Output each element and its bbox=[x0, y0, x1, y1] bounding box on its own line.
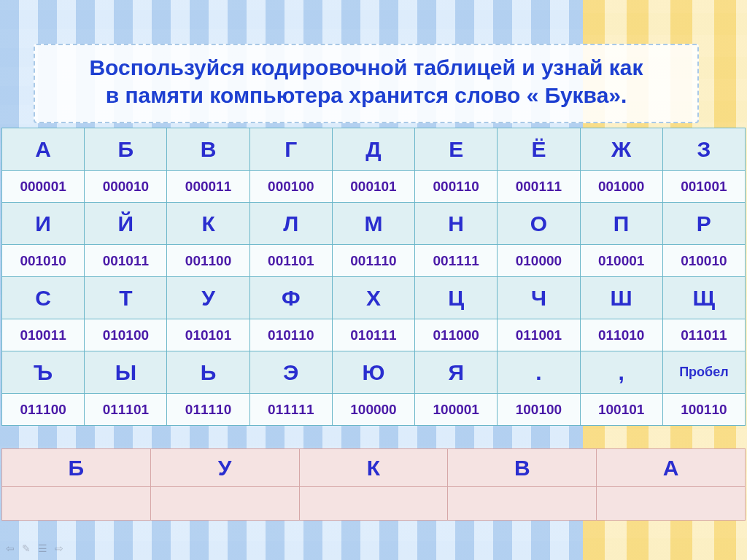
letter-cell: Т bbox=[85, 277, 167, 319]
letter-cell: Щ bbox=[662, 277, 745, 319]
code-cell: 000110 bbox=[415, 171, 498, 203]
code-cell: 011110 bbox=[167, 394, 249, 426]
letter-cell: К bbox=[167, 203, 249, 245]
answer-letter-cell: К bbox=[299, 449, 448, 487]
letter-cell: П bbox=[580, 203, 662, 245]
answer-code-cell[interactable] bbox=[2, 487, 151, 521]
answer-code-cell[interactable] bbox=[448, 487, 597, 521]
letter-cell: Г bbox=[249, 128, 332, 171]
code-cell: 001001 bbox=[662, 171, 745, 203]
answer-code-cell[interactable] bbox=[150, 487, 299, 521]
letter-cell: Н bbox=[415, 203, 498, 245]
answer-code-cell[interactable] bbox=[597, 487, 746, 521]
code-cell: 000101 bbox=[332, 171, 414, 203]
code-cell: 000001 bbox=[2, 171, 85, 203]
letter-cell: Э bbox=[249, 351, 332, 394]
letter-cell: М bbox=[332, 203, 414, 245]
letter-cell: , bbox=[580, 351, 662, 394]
letter-cell: . bbox=[498, 351, 580, 394]
letter-cell: Ю bbox=[332, 351, 414, 394]
answer-letter-cell: В bbox=[448, 449, 597, 487]
code-cell: 011101 bbox=[85, 394, 167, 426]
letter-cell: О bbox=[498, 203, 580, 245]
code-cell: 001110 bbox=[332, 245, 414, 277]
letter-cell: Л bbox=[249, 203, 332, 245]
code-cell: 001100 bbox=[167, 245, 249, 277]
table-row: 011100 011101 011110 011111 100000 10000… bbox=[2, 394, 746, 426]
code-cell: 001111 bbox=[415, 245, 498, 277]
code-cell: 010001 bbox=[580, 245, 662, 277]
letter-cell: Х bbox=[332, 277, 414, 319]
code-cell: 011010 bbox=[580, 319, 662, 351]
title-line-2: в памяти компьютера хранится слово « Бук… bbox=[48, 82, 684, 109]
letter-cell: Ч bbox=[498, 277, 580, 319]
code-cell: 100001 bbox=[415, 394, 498, 426]
code-cell: 001010 bbox=[2, 245, 85, 277]
code-cell: 011000 bbox=[415, 319, 498, 351]
code-cell: 010011 bbox=[2, 319, 85, 351]
letter-cell: Ж bbox=[580, 128, 662, 171]
letter-cell: Р bbox=[662, 203, 745, 245]
answer-table: Б У К В А bbox=[1, 448, 746, 521]
code-cell: 001101 bbox=[249, 245, 332, 277]
code-cell: 001011 bbox=[85, 245, 167, 277]
code-cell: 010111 bbox=[332, 319, 414, 351]
coding-table: А Б В Г Д Е Ё Ж З 000001 000010 000011 0… bbox=[1, 128, 746, 426]
slide-content: Воспользуйся кодировочной таблицей и узн… bbox=[0, 0, 747, 560]
prev-slide-icon[interactable]: ⇦ bbox=[6, 542, 15, 554]
answer-letter-cell: А bbox=[597, 449, 746, 487]
letter-cell: С bbox=[2, 277, 85, 319]
menu-icon[interactable]: ☰ bbox=[38, 542, 47, 554]
table-row: 000001 000010 000011 000100 000101 00011… bbox=[2, 171, 746, 203]
letter-cell: Пробел bbox=[662, 351, 745, 394]
letter-cell: Ё bbox=[498, 128, 580, 171]
letter-cell: И bbox=[2, 203, 85, 245]
slide-toolbar: ⇦ ✎ ☰ ⇨ bbox=[6, 542, 63, 554]
letter-cell: Ъ bbox=[2, 351, 85, 394]
code-cell: 100100 bbox=[498, 394, 580, 426]
letter-cell: Б bbox=[85, 128, 167, 171]
code-cell: 010100 bbox=[85, 319, 167, 351]
letter-cell: Ф bbox=[249, 277, 332, 319]
code-cell: 011100 bbox=[2, 394, 85, 426]
answer-letter-cell: Б bbox=[2, 449, 151, 487]
letter-cell: У bbox=[167, 277, 249, 319]
letter-cell: В bbox=[167, 128, 249, 171]
answer-letters-row: Б У К В А bbox=[2, 449, 746, 487]
letter-cell: Ь bbox=[167, 351, 249, 394]
code-cell: 100101 bbox=[580, 394, 662, 426]
code-cell: 000100 bbox=[249, 171, 332, 203]
code-cell: 100110 bbox=[662, 394, 745, 426]
letter-cell: Ц bbox=[415, 277, 498, 319]
table-row: А Б В Г Д Е Ё Ж З bbox=[2, 128, 746, 171]
table-row: И Й К Л М Н О П Р bbox=[2, 203, 746, 245]
answer-codes-row bbox=[2, 487, 746, 521]
pen-icon[interactable]: ✎ bbox=[22, 542, 31, 554]
letter-cell: Я bbox=[415, 351, 498, 394]
code-cell: 011001 bbox=[498, 319, 580, 351]
code-cell: 000010 bbox=[85, 171, 167, 203]
letter-cell: А bbox=[2, 128, 85, 171]
code-cell: 000011 bbox=[167, 171, 249, 203]
code-cell: 010010 bbox=[662, 245, 745, 277]
code-cell: 010101 bbox=[167, 319, 249, 351]
table-row: 001010 001011 001100 001101 001110 00111… bbox=[2, 245, 746, 277]
next-slide-icon[interactable]: ⇨ bbox=[55, 542, 63, 554]
letter-cell: З bbox=[662, 128, 745, 171]
slide-title: Воспользуйся кодировочной таблицей и узн… bbox=[34, 44, 699, 123]
code-cell: 010110 bbox=[249, 319, 332, 351]
answer-code-cell[interactable] bbox=[299, 487, 448, 521]
title-line-1: Воспользуйся кодировочной таблицей и узн… bbox=[48, 54, 684, 82]
letter-cell: Й bbox=[85, 203, 167, 245]
letter-cell: Е bbox=[415, 128, 498, 171]
code-cell: 001000 bbox=[580, 171, 662, 203]
code-cell: 010000 bbox=[498, 245, 580, 277]
answer-letter-cell: У bbox=[150, 449, 299, 487]
letter-cell: Ы bbox=[85, 351, 167, 394]
table-row: 010011 010100 010101 010110 010111 01100… bbox=[2, 319, 746, 351]
code-cell: 011011 bbox=[662, 319, 745, 351]
code-cell: 000111 bbox=[498, 171, 580, 203]
code-cell: 100000 bbox=[332, 394, 414, 426]
code-cell: 011111 bbox=[249, 394, 332, 426]
letter-cell: Д bbox=[332, 128, 414, 171]
